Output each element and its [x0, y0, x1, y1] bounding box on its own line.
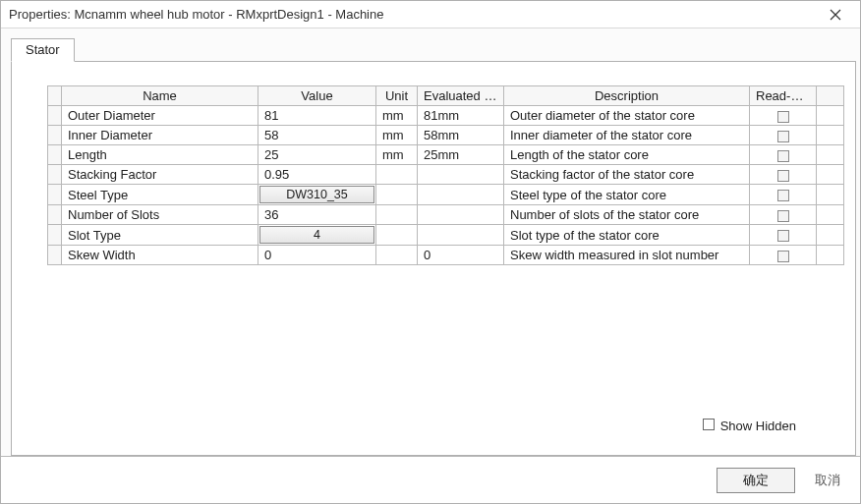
- value-dropdown-button[interactable]: DW310_35: [259, 186, 374, 203]
- cell-tail: [817, 165, 844, 185]
- row-header[interactable]: [48, 246, 62, 265]
- cell-name: Number of Slots: [62, 205, 258, 225]
- col-evaluated[interactable]: Evaluated Va...: [418, 86, 504, 106]
- cell-tail: [817, 145, 844, 165]
- row-header[interactable]: [48, 205, 62, 225]
- cell-tail: [817, 205, 844, 225]
- value-dropdown-button[interactable]: 4: [259, 226, 374, 244]
- show-hidden-label: Show Hidden: [720, 419, 796, 433]
- row-header[interactable]: [48, 225, 62, 246]
- tab-panel: Name Value Unit Evaluated Va... Descript…: [11, 61, 856, 456]
- col-name[interactable]: Name: [62, 86, 258, 106]
- tab-stator[interactable]: Stator: [11, 38, 75, 62]
- ok-button[interactable]: 确定: [717, 468, 795, 493]
- cell-value[interactable]: DW310_35: [258, 185, 376, 205]
- cell-description: Outer diameter of the stator core: [504, 106, 750, 126]
- readonly-checkbox[interactable]: [777, 111, 789, 123]
- readonly-checkbox[interactable]: [777, 210, 789, 222]
- cell-name: Outer Diameter: [62, 106, 258, 126]
- cell-readonly[interactable]: [750, 165, 817, 185]
- cell-evaluated: [418, 225, 504, 246]
- cell-name: Skew Width: [62, 246, 258, 265]
- table-row: Number of Slots36Number of slots of the …: [48, 205, 844, 225]
- cell-name: Steel Type: [62, 185, 258, 205]
- readonly-checkbox[interactable]: [777, 251, 789, 262]
- cell-description: Stacking factor of the stator core: [504, 165, 750, 185]
- cell-evaluated: 81mm: [418, 106, 504, 126]
- tab-strip: Stator: [11, 38, 856, 62]
- table-row: Inner Diameter58mm58mmInner diameter of …: [48, 126, 844, 145]
- cell-description: Number of slots of the stator core: [504, 205, 750, 225]
- col-readonly[interactable]: Read-only: [750, 86, 817, 106]
- cell-value[interactable]: 0: [258, 246, 376, 265]
- table-row: Stacking Factor0.95Stacking factor of th…: [48, 165, 844, 185]
- row-header[interactable]: [48, 165, 62, 185]
- dialog-footer: 确定 取消: [1, 456, 860, 503]
- cell-name: Slot Type: [62, 225, 258, 246]
- cell-readonly[interactable]: [750, 225, 817, 246]
- cell-value[interactable]: 25: [258, 145, 376, 165]
- readonly-checkbox[interactable]: [777, 131, 789, 142]
- cell-readonly[interactable]: [750, 126, 817, 145]
- titlebar: Properties: Mcnamm wheel hub motor - RMx…: [1, 1, 860, 28]
- cancel-button[interactable]: 取消: [815, 472, 840, 489]
- cell-value[interactable]: 4: [258, 225, 376, 246]
- cell-description: Inner diameter of the stator core: [504, 126, 750, 145]
- cell-unit[interactable]: mm: [376, 106, 418, 126]
- col-rowhead: [48, 86, 62, 106]
- property-grid: Name Value Unit Evaluated Va... Descript…: [47, 85, 844, 265]
- cell-name: Inner Diameter: [62, 126, 258, 145]
- cell-unit[interactable]: mm: [376, 126, 418, 145]
- cell-readonly[interactable]: [750, 246, 817, 265]
- cell-description: Slot type of the stator core: [504, 225, 750, 246]
- cell-name: Length: [62, 145, 258, 165]
- cell-unit[interactable]: mm: [376, 145, 418, 165]
- cell-readonly[interactable]: [750, 145, 817, 165]
- cell-evaluated: 25mm: [418, 145, 504, 165]
- table-row: Length25mm25mmLength of the stator core: [48, 145, 844, 165]
- table-row: Skew Width00Skew width measured in slot …: [48, 246, 844, 265]
- cell-unit[interactable]: [376, 205, 418, 225]
- col-unit[interactable]: Unit: [376, 86, 418, 106]
- col-tail: [817, 86, 844, 106]
- cell-tail: [817, 225, 844, 246]
- readonly-checkbox[interactable]: [777, 150, 789, 162]
- col-value[interactable]: Value: [258, 86, 376, 106]
- cell-tail: [817, 126, 844, 145]
- table-row: Steel TypeDW310_35Steel type of the stat…: [48, 185, 844, 205]
- cell-tail: [817, 106, 844, 126]
- readonly-checkbox[interactable]: [777, 170, 789, 182]
- readonly-checkbox[interactable]: [777, 230, 789, 242]
- show-hidden-checkbox[interactable]: [703, 419, 715, 430]
- cell-readonly[interactable]: [750, 205, 817, 225]
- cell-evaluated: 0: [418, 246, 504, 265]
- close-icon[interactable]: [817, 3, 854, 27]
- cell-value[interactable]: 36: [258, 205, 376, 225]
- cell-evaluated: [418, 165, 504, 185]
- cell-unit[interactable]: [376, 246, 418, 265]
- cell-evaluated: 58mm: [418, 126, 504, 145]
- table-row: Outer Diameter81mm81mmOuter diameter of …: [48, 106, 844, 126]
- cell-value[interactable]: 0.95: [258, 165, 376, 185]
- row-header[interactable]: [48, 185, 62, 205]
- row-header[interactable]: [48, 106, 62, 126]
- cell-evaluated: [418, 205, 504, 225]
- cell-value[interactable]: 81: [258, 106, 376, 126]
- col-description[interactable]: Description: [504, 86, 750, 106]
- window-title: Properties: Mcnamm wheel hub motor - RMx…: [9, 7, 383, 22]
- cell-value[interactable]: 58: [258, 126, 376, 145]
- cell-readonly[interactable]: [750, 106, 817, 126]
- cell-tail: [817, 185, 844, 205]
- row-header[interactable]: [48, 126, 62, 145]
- cell-name: Stacking Factor: [62, 165, 258, 185]
- properties-dialog: Properties: Mcnamm wheel hub motor - RMx…: [0, 0, 861, 504]
- show-hidden-row: Show Hidden: [47, 415, 839, 443]
- readonly-checkbox[interactable]: [777, 190, 789, 201]
- cell-unit[interactable]: [376, 165, 418, 185]
- row-header[interactable]: [48, 145, 62, 165]
- cell-unit[interactable]: [376, 185, 418, 205]
- cell-description: Skew width measured in slot number: [504, 246, 750, 265]
- cell-description: Steel type of the stator core: [504, 185, 750, 205]
- cell-unit[interactable]: [376, 225, 418, 246]
- cell-readonly[interactable]: [750, 185, 817, 205]
